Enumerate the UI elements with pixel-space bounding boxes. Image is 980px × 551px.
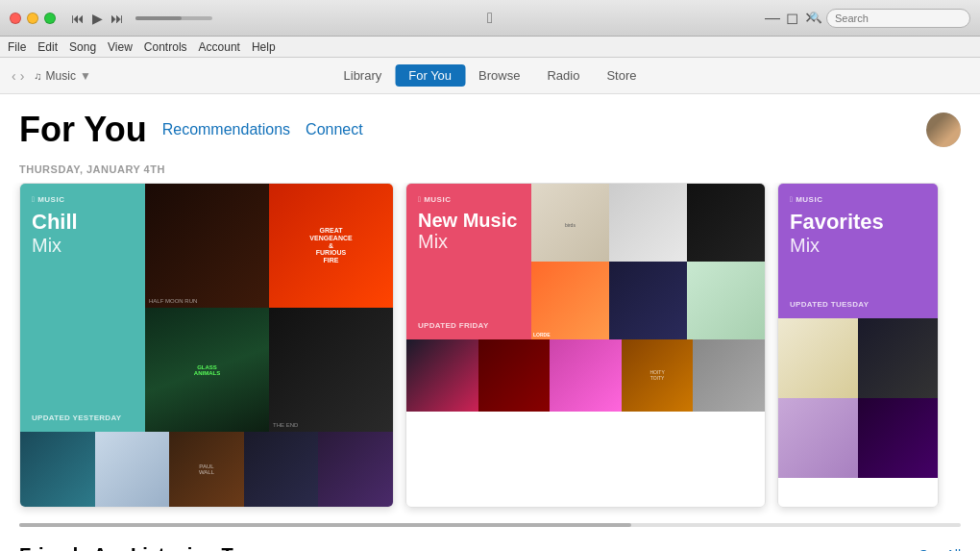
apple-logo: 	[487, 10, 493, 27]
favorites-mix-header:  MUSIC Favorites Mix	[790, 195, 928, 257]
newmusic-mix-header:  MUSIC New Music Mix	[418, 195, 522, 253]
newmusic-mix-subtitle: Mix	[418, 231, 522, 253]
album-b3: PAULWALL	[169, 432, 244, 507]
search-input[interactable]	[826, 9, 970, 28]
location-chevron[interactable]: ▼	[80, 69, 91, 83]
album-glassanimals: GLASS ANIMALS	[145, 308, 269, 432]
album-nm5	[609, 262, 687, 339]
friends-header: Friends Are Listening To See All	[0, 531, 980, 551]
album-b4	[244, 432, 319, 507]
back-button[interactable]: ‹	[12, 68, 16, 84]
tab-radio[interactable]: Radio	[533, 64, 593, 87]
minimize-icon[interactable]: —	[765, 10, 780, 27]
album-b5	[318, 432, 393, 507]
menu-file[interactable]: File	[8, 40, 26, 54]
music-note-icon: ♫	[34, 70, 41, 82]
album-nm6	[687, 262, 765, 339]
page-header: For You Recommendations Connect	[0, 94, 980, 160]
minimize-button[interactable]	[27, 13, 38, 24]
chill-updated: UPDATED YESTERDAY	[32, 413, 135, 422]
chill-album-grid: HALF MOON RUN GREATVENGEANCE&FURIOUSFIRE…	[145, 184, 393, 432]
menu-account[interactable]: Account	[199, 40, 240, 54]
album-nm4: LORDE	[531, 262, 609, 339]
menu-help[interactable]: Help	[252, 40, 276, 54]
search-icon: 🔍	[809, 12, 822, 24]
newmusic-mix-name: New Music	[418, 210, 522, 231]
chill-mix-header:  MUSIC Chill Mix	[32, 195, 135, 257]
forward-button[interactable]: ›	[20, 68, 25, 84]
close-button[interactable]	[10, 13, 21, 24]
friends-title: Friends Are Listening To	[19, 544, 243, 551]
tab-store[interactable]: Store	[593, 64, 649, 87]
search-bar: 🔍	[809, 9, 970, 28]
favorites-mix-card[interactable]:  MUSIC Favorites Mix UPDATED TUESDAY	[777, 183, 939, 508]
favorites-mix-name: Favorites	[790, 210, 928, 235]
album-theend: THE END	[269, 308, 393, 432]
album-nb4: HOITYTOITY	[622, 339, 694, 412]
album-fv3	[778, 398, 858, 478]
menu-controls[interactable]: Controls	[144, 40, 187, 54]
main-content: For You Recommendations Connect THURSDAY…	[0, 94, 980, 551]
album-nb2	[478, 339, 551, 412]
maximize-button[interactable]	[44, 13, 56, 24]
album-fv2	[858, 318, 938, 398]
newmusic-bottom-albums: HOITYTOITY	[406, 339, 765, 412]
menu-bar: File Edit Song View Controls Account Hel…	[0, 37, 980, 58]
nav-tabs: Library For You Browse Radio Store	[331, 64, 650, 87]
album-nb5	[693, 339, 765, 412]
album-fv4	[858, 398, 938, 478]
page-links: Recommendations Connect	[162, 121, 363, 138]
album-nb3	[550, 339, 622, 412]
scroll-track	[19, 523, 961, 527]
newmusic-updated: UPDATED FRIDAY	[418, 321, 522, 330]
chill-mix-subtitle: Mix	[32, 235, 135, 257]
tab-for-you[interactable]: For You	[395, 64, 465, 87]
nav-bar: ‹ › ♫ Music ▼ Library For You Browse Rad…	[0, 58, 980, 94]
play-button[interactable]: ▶	[92, 11, 103, 26]
chill-apple-music-label:  MUSIC	[32, 195, 135, 204]
title-bar: ⏮ ▶ ⏭  — ◻ ✕ 🔍	[0, 0, 980, 37]
favorites-apple-music-label:  MUSIC	[790, 195, 928, 204]
newmusic-apple-music-label:  MUSIC	[418, 195, 522, 204]
favorites-top-albums	[778, 318, 938, 398]
connect-link[interactable]: Connect	[306, 121, 363, 138]
album-b2	[95, 432, 170, 507]
album-fv1	[778, 318, 858, 398]
scroll-indicator[interactable]	[0, 519, 980, 531]
nav-arrows: ‹ ›	[12, 68, 24, 84]
avatar[interactable]	[926, 113, 961, 147]
album-nm1: birds	[531, 184, 609, 262]
tab-library[interactable]: Library	[331, 64, 396, 87]
rewind-button[interactable]: ⏮	[71, 11, 85, 26]
favorites-bottom-albums	[778, 398, 938, 478]
tab-browse[interactable]: Browse	[465, 64, 533, 87]
album-nb1	[406, 339, 478, 412]
transport-controls: ⏮ ▶ ⏭	[71, 11, 212, 26]
favorites-updated: UPDATED TUESDAY	[790, 300, 928, 309]
fastforward-button[interactable]: ⏭	[110, 11, 124, 26]
page-title: For You	[19, 110, 147, 150]
progress-bar[interactable]	[135, 16, 212, 20]
menu-song[interactable]: Song	[69, 40, 96, 54]
album-nm2	[609, 184, 687, 262]
chill-mix-card[interactable]:  MUSIC Chill Mix UPDATED YESTERDAY HALF…	[19, 183, 394, 508]
chill-bottom-albums: PAULWALL	[20, 432, 393, 507]
album-halfmoon: HALF MOON RUN	[145, 184, 269, 308]
avatar-image	[926, 113, 961, 147]
favorites-mix-subtitle: Mix	[790, 235, 928, 257]
mixes-row:  MUSIC Chill Mix UPDATED YESTERDAY HALF…	[0, 183, 980, 519]
newmusic-album-grid: birds LORDE	[531, 184, 765, 339]
see-all-link[interactable]: See All	[919, 547, 961, 551]
menu-view[interactable]: View	[108, 40, 133, 54]
location-label: Music	[46, 69, 76, 83]
recommendations-link[interactable]: Recommendations	[162, 121, 290, 138]
scroll-thumb-horizontal	[19, 523, 631, 527]
window-controls	[10, 13, 56, 24]
album-nm3	[687, 184, 765, 262]
progress-fill	[135, 16, 182, 20]
resize-icon[interactable]: ◻	[786, 9, 798, 27]
nav-location: ♫ Music ▼	[34, 69, 90, 83]
menu-edit[interactable]: Edit	[37, 40, 58, 54]
newmusic-mix-card[interactable]:  MUSIC New Music Mix UPDATED FRIDAY bir…	[405, 183, 766, 508]
date-label: THURSDAY, JANUARY 4TH	[0, 160, 980, 183]
